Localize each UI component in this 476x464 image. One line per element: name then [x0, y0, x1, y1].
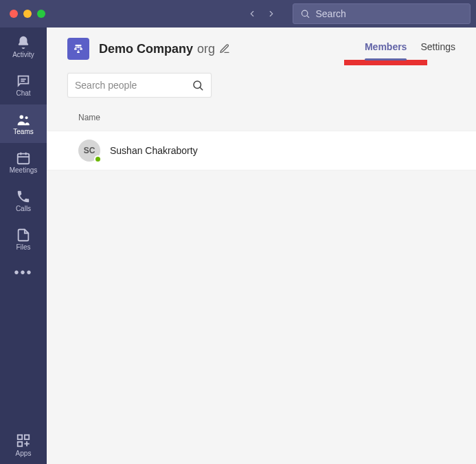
search-icon	[300, 8, 310, 19]
svg-rect-12	[18, 441, 22, 445]
rail-activity[interactable]: Activity	[0, 27, 47, 66]
bell-icon	[16, 35, 31, 50]
svg-line-25	[200, 87, 202, 89]
global-search[interactable]	[293, 3, 471, 24]
rail-apps[interactable]: Apps	[0, 426, 47, 464]
close-window-icon[interactable]	[10, 10, 18, 18]
phone-icon	[16, 189, 31, 204]
back-button[interactable]	[245, 6, 260, 21]
edit-org-button[interactable]	[219, 43, 230, 54]
rail-teams[interactable]: Teams	[0, 104, 47, 143]
svg-rect-11	[25, 434, 29, 439]
svg-point-24	[194, 81, 201, 89]
rail-more[interactable]: •••	[0, 258, 47, 286]
svg-line-1	[307, 16, 309, 18]
org-name: Demo Company	[99, 42, 193, 56]
rail-chat-label: Chat	[16, 89, 30, 97]
history-nav	[245, 6, 279, 21]
calendar-icon	[16, 151, 31, 166]
avatar: SC	[78, 140, 100, 162]
minimize-window-icon[interactable]	[23, 10, 32, 18]
svg-point-5	[25, 116, 28, 119]
svg-rect-10	[18, 434, 22, 439]
tab-members-label: Members	[365, 41, 407, 52]
rail-meetings-label: Meetings	[10, 166, 38, 174]
chat-icon	[16, 74, 31, 89]
rail-files-label: Files	[16, 243, 30, 251]
member-row[interactable]: SC Sushan Chakraborty	[47, 131, 476, 170]
global-search-input[interactable]	[315, 8, 463, 19]
org-icon	[67, 38, 89, 60]
pencil-icon	[219, 43, 230, 54]
forward-button[interactable]	[264, 6, 279, 21]
content-area: Demo Company org Members Settings	[47, 27, 476, 464]
rail-calls-label: Calls	[16, 205, 31, 212]
org-suffix: org	[197, 42, 215, 56]
presence-available-icon	[94, 155, 102, 163]
left-rail: Activity Chat Teams Meetings Calls Files…	[0, 27, 47, 464]
rail-meetings[interactable]: Meetings	[0, 143, 47, 181]
svg-point-4	[20, 115, 24, 120]
member-name: Sushan Chakraborty	[110, 145, 198, 156]
org-header: Demo Company org Members Settings	[47, 27, 476, 60]
search-people[interactable]	[67, 73, 212, 98]
rail-files[interactable]: Files	[0, 220, 47, 258]
members-list-header: Name	[47, 102, 476, 131]
svg-rect-18	[77, 52, 80, 53]
tab-settings[interactable]: Settings	[420, 37, 455, 60]
rail-calls[interactable]: Calls	[0, 181, 47, 220]
rail-teams-label: Teams	[13, 128, 33, 135]
rail-apps-label: Apps	[16, 450, 32, 457]
search-people-input[interactable]	[75, 80, 186, 91]
rail-activity-label: Activity	[12, 51, 34, 58]
tab-members[interactable]: Members	[365, 37, 407, 60]
maximize-window-icon[interactable]	[37, 10, 45, 18]
svg-rect-6	[18, 154, 30, 164]
column-name: Name	[78, 113, 100, 122]
org-title: Demo Company org	[99, 42, 230, 56]
window-controls	[5, 10, 45, 18]
tab-settings-label: Settings	[420, 41, 455, 52]
title-bar	[0, 0, 476, 27]
highlight-marker	[344, 60, 427, 65]
svg-rect-15	[76, 45, 82, 46]
org-tabs: Members Settings	[365, 37, 455, 60]
svg-rect-17	[80, 48, 82, 49]
svg-rect-16	[74, 48, 77, 49]
rail-chat[interactable]: Chat	[0, 66, 47, 104]
svg-point-0	[302, 10, 307, 16]
search-icon[interactable]	[192, 79, 204, 91]
ellipsis-icon: •••	[14, 265, 32, 280]
apps-icon	[16, 433, 31, 448]
file-icon	[16, 228, 31, 243]
teams-icon	[16, 112, 31, 127]
